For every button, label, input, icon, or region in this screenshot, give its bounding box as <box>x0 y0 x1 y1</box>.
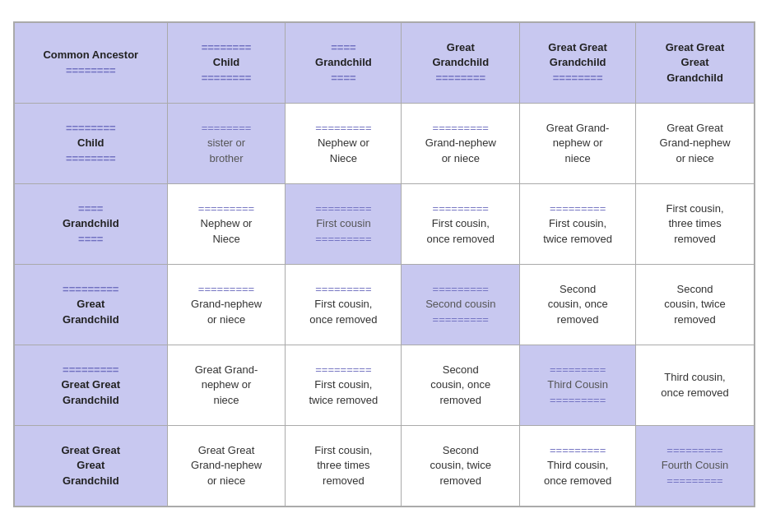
cell-3-0: Great Grand-nephew orniece <box>167 345 286 426</box>
cell-2-1: =========First cousin,once removed <box>286 265 402 345</box>
row-header-4: Great GreatGreatGrandchild <box>15 426 168 507</box>
cell-0-2: =========Grand-nephewor niece <box>402 104 520 184</box>
cell-1-4: First cousin,three timesremoved <box>636 184 755 265</box>
cell-0-1: =========Nephew orNiece <box>286 104 402 184</box>
cell-3-4: Third cousin,once removed <box>636 345 755 426</box>
cell-0-3: Great Grand-nephew orniece <box>520 104 636 184</box>
table-row: Great GreatGreatGrandchildGreat GreatGra… <box>15 426 755 507</box>
cell-2-4: Secondcousin, twiceremoved <box>636 265 755 345</box>
row-header-0: ========Child======== <box>15 104 168 184</box>
cell-2-0: =========Grand-nephewor niece <box>167 265 286 345</box>
cell-4-4: =========Fourth Cousin========= <box>636 426 755 507</box>
cell-1-2: =========First cousin,once removed <box>402 184 520 265</box>
cell-4-0: Great GreatGrand-nephewor niece <box>167 426 286 507</box>
row-header-1: ====Grandchild==== <box>15 184 168 265</box>
corner-cell: Common Ancestor======== <box>15 23 168 104</box>
cell-3-2: Secondcousin, onceremoved <box>402 345 520 426</box>
cell-1-1: =========First cousin========= <box>286 184 402 265</box>
col-header-2: ====Grandchild==== <box>286 23 402 104</box>
col-header-1: ========Child======== <box>167 23 286 104</box>
table-row: =========GreatGrandchild=========Grand-n… <box>15 265 755 345</box>
row-header-3: =========Great GreatGrandchild <box>15 345 168 426</box>
cell-3-3: =========Third Cousin========= <box>520 345 636 426</box>
table-row: =========Great GreatGrandchildGreat Gran… <box>15 345 755 426</box>
col-header-5: Great GreatGreatGrandchild <box>636 23 755 104</box>
cell-0-0: ========sister orbrother <box>167 104 286 184</box>
cell-2-2: =========Second cousin========= <box>402 265 520 345</box>
relationship-table-wrapper: Common Ancestor================Child====… <box>13 21 755 507</box>
cell-1-3: =========First cousin,twice removed <box>520 184 636 265</box>
cell-0-4: Great GreatGrand-nephewor niece <box>636 104 755 184</box>
col-header-4: Great GreatGrandchild======== <box>520 23 636 104</box>
cell-4-2: Secondcousin, twiceremoved <box>402 426 520 507</box>
table-row: ========Child================sister orbr… <box>15 104 755 184</box>
relationship-table: Common Ancestor================Child====… <box>14 22 755 507</box>
cell-1-0: =========Nephew orNiece <box>167 184 286 265</box>
cell-2-3: Secondcousin, onceremoved <box>520 265 636 345</box>
cell-4-1: First cousin,three timesremoved <box>286 426 402 507</box>
cell-4-3: =========Third cousin,once removed <box>520 426 636 507</box>
col-header-3: GreatGrandchild======== <box>402 23 520 104</box>
row-header-2: =========GreatGrandchild <box>15 265 168 345</box>
table-row: ====Grandchild=============Nephew orNiec… <box>15 184 755 265</box>
cell-3-1: =========First cousin,twice removed <box>286 345 402 426</box>
